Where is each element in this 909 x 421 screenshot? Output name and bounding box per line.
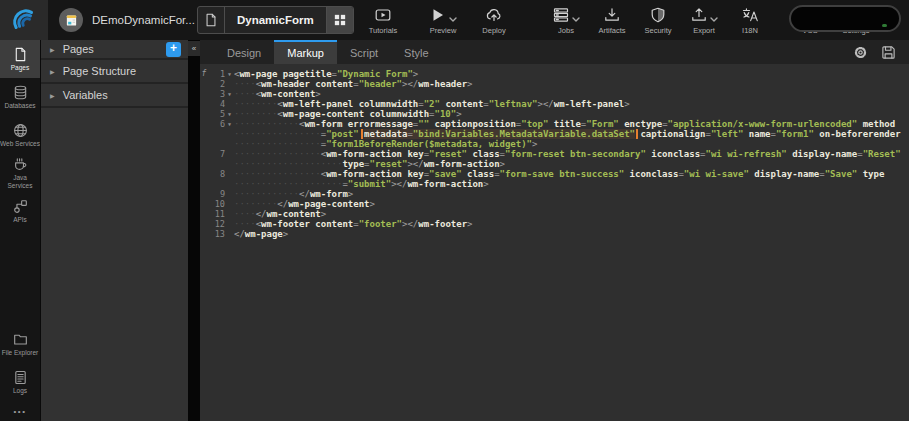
api-icon xyxy=(13,199,28,214)
tool-i18n[interactable]: I18N xyxy=(727,6,773,35)
editor-tabbar: DesignMarkupScriptStyle xyxy=(200,40,909,64)
code-token-attr: on-beforerender xyxy=(819,129,900,139)
code-line[interactable]: ····················type="reset"></wm-fo… xyxy=(234,159,909,169)
code-line[interactable]: ····</wm-content> xyxy=(234,209,909,219)
save-icon[interactable] xyxy=(881,45,896,60)
code-token-str: "Save" xyxy=(825,169,858,179)
wavemaker-studio-window: DEmoDynamicFor... DynamicForm TutorialsP… xyxy=(0,0,909,421)
code-token-br: > xyxy=(483,179,488,189)
code-token-attr: key xyxy=(407,169,423,179)
code-line[interactable]: <wm-page pagetitle="Dynamic Form"> xyxy=(234,69,909,79)
globe-icon xyxy=(13,123,28,138)
code-token-str: "bind:Variables.MetadataVariable.dataSet… xyxy=(413,129,635,139)
code-line[interactable]: ············</wm-form> xyxy=(234,189,909,199)
editor-tab-actions xyxy=(853,40,909,64)
code-area[interactable]: f1▼<wm-page pagetitle="Dynamic Form">2··… xyxy=(200,64,909,421)
line-number: 13 xyxy=(208,229,225,239)
sidebar-item-file-explorer[interactable]: File Explorer xyxy=(0,325,40,363)
fold-caret-icon[interactable]: ▼ xyxy=(225,69,234,79)
tool-deploy[interactable]: Deploy xyxy=(471,6,517,35)
code-token-attr: pagetitle xyxy=(283,69,332,79)
add-page-button[interactable]: + xyxy=(166,42,181,57)
code-row: 10········</wm-page-content> xyxy=(200,199,909,209)
pages-grid-icon[interactable] xyxy=(326,7,353,33)
project-selector[interactable]: DEmoDynamicFor... xyxy=(59,8,213,32)
code-line[interactable]: ········<wm-page-content columnwidth="10… xyxy=(234,109,909,119)
code-token-br: ></ xyxy=(402,219,418,229)
gutter: 3▼ xyxy=(200,89,234,99)
code-token-tag: wm-form xyxy=(310,189,348,199)
code-token-br: </ xyxy=(234,229,245,239)
code-line[interactable]: ············<wm-form errormessage="" cap… xyxy=(234,119,909,129)
code-row: ····················="submit"></wm-form-… xyxy=(200,179,909,189)
collapse-panel-button[interactable]: « xyxy=(188,41,200,56)
code-token-tag: wm-form-action xyxy=(424,159,500,169)
tab-design[interactable]: Design xyxy=(214,40,274,64)
code-line[interactable]: </wm-page> xyxy=(234,229,909,239)
code-line[interactable]: ················="form1BeforeRender($met… xyxy=(234,139,909,149)
code-token-tag: wm-header xyxy=(261,79,310,89)
tool-security[interactable]: Security xyxy=(635,6,681,35)
tool-icon-row xyxy=(486,6,502,23)
sidebar-item-databases[interactable]: Databases xyxy=(0,78,40,116)
code-token-ws: ················ xyxy=(234,169,321,179)
code-token-str: "form1" xyxy=(776,129,814,139)
tool-jobs[interactable]: Jobs xyxy=(543,6,589,35)
sidebar-item-web-services[interactable]: Web Services xyxy=(0,116,40,154)
panel-section-page-structure[interactable]: ▶Page Structure xyxy=(41,60,188,84)
panel-splitter[interactable]: « xyxy=(188,40,200,421)
tab-script[interactable]: Script xyxy=(337,40,391,64)
sidebar-item-logs[interactable]: Logs xyxy=(0,363,40,401)
caret-right-icon: ▶ xyxy=(50,68,55,75)
code-token-str: "2" xyxy=(424,99,440,109)
code-line[interactable]: ····<wm-header content="header"></wm-hea… xyxy=(234,79,909,89)
code-line[interactable]: ········</wm-page-content> xyxy=(234,199,909,209)
tab-style[interactable]: Style xyxy=(391,40,441,64)
code-line[interactable]: ················<wm-form-action key="res… xyxy=(234,149,909,159)
line-number: 3 xyxy=(208,89,225,99)
fold-caret-icon[interactable]: ▼ xyxy=(225,119,234,129)
code-token-attr: captionposition xyxy=(435,119,516,129)
code-row: 13</wm-page> xyxy=(200,229,909,239)
panel-section-pages[interactable]: ▶Pages+ xyxy=(41,40,188,60)
tool-label: I18N xyxy=(742,26,758,35)
sidebar-item-pages[interactable]: Pages xyxy=(0,40,40,78)
code-token-str: "10" xyxy=(435,109,457,119)
code-token-attr: content xyxy=(315,219,353,229)
project-name: DEmoDynamicFor... xyxy=(92,14,190,26)
code-token-tag: wm-left-panel xyxy=(554,99,624,109)
app-logo[interactable] xyxy=(0,0,48,40)
code-line[interactable]: ················="post" metadata="bind:V… xyxy=(234,129,909,139)
sidebar-item-label: Web Services xyxy=(0,140,40,148)
tool-export[interactable]: Export xyxy=(681,6,727,35)
gutter-marker xyxy=(200,149,208,159)
tool-tutorials[interactable]: Tutorials xyxy=(360,6,406,35)
code-line[interactable]: ····················="submit"></wm-form-… xyxy=(234,179,909,189)
tool-artifacts[interactable]: Artifacts xyxy=(589,6,635,35)
gutter xyxy=(200,129,234,139)
code-line[interactable]: ····<wm-footer content="footer"></wm-foo… xyxy=(234,219,909,229)
user-account-area[interactable] xyxy=(789,5,901,32)
sidebar-more-button[interactable]: ••• xyxy=(0,401,40,421)
code-line[interactable]: ················<wm-form-action key="sav… xyxy=(234,169,909,179)
caret-right-icon: ▶ xyxy=(50,46,55,53)
code-token-ws: ············ xyxy=(234,189,299,199)
tab-markup[interactable]: Markup xyxy=(274,40,337,64)
page-tab-name: DynamicForm xyxy=(225,7,326,33)
markup-settings-gear-icon[interactable] xyxy=(853,45,868,60)
code-token-str: "top" xyxy=(521,119,548,129)
sidebar-item-java-services[interactable]: Java Services xyxy=(0,154,40,192)
tool-preview[interactable]: Preview xyxy=(420,6,466,35)
fold-caret-icon[interactable]: ▼ xyxy=(225,89,234,99)
fold-caret-icon[interactable]: ▼ xyxy=(225,109,234,119)
code-token-tag: wm-page xyxy=(245,229,283,239)
code-token-ws: ········ xyxy=(234,99,277,109)
code-token-br: </ xyxy=(256,209,267,219)
code-line[interactable]: ····<wm-content> xyxy=(234,89,909,99)
gutter: 4 xyxy=(200,99,234,109)
panel-section-variables[interactable]: ▶Variables xyxy=(41,84,188,108)
page-tab[interactable]: DynamicForm xyxy=(197,6,354,34)
sidebar-item-apis[interactable]: APIs xyxy=(0,192,40,230)
code-line[interactable]: ········<wm-left-panel columnwidth="2" c… xyxy=(234,99,909,109)
code-token-attr: columnwidth xyxy=(369,109,429,119)
